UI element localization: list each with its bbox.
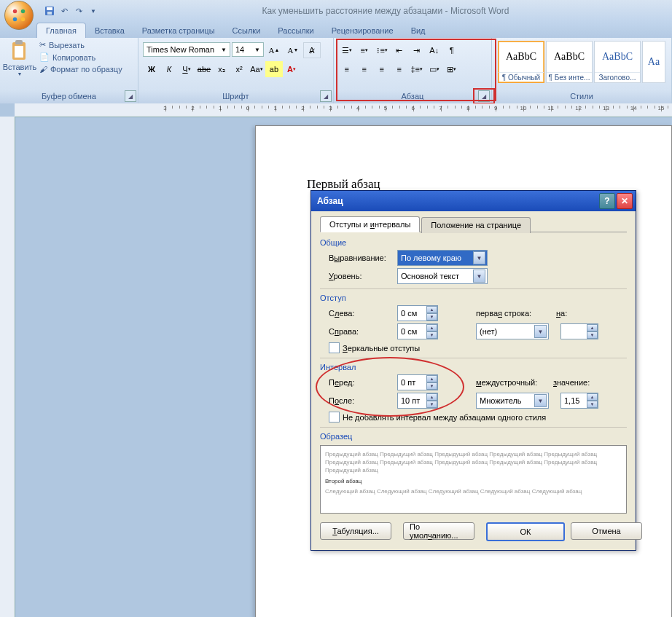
dialog-titlebar[interactable]: Абзац ? ✕ <box>311 191 636 211</box>
strike-button[interactable]: abe <box>195 61 213 77</box>
firstline-by-spin[interactable]: ▲▼ <box>560 323 598 339</box>
value-label: значение: <box>553 378 590 387</box>
format-painter-button[interactable]: 🖌Формат по образцу <box>38 64 124 74</box>
horizontal-ruler[interactable]: 3210123456789101112131415 <box>15 103 672 117</box>
change-case-button[interactable]: Aa▾ <box>248 61 265 77</box>
tab-home[interactable]: Главная <box>36 23 86 38</box>
highlight-button[interactable]: ab <box>265 61 283 77</box>
tab-indents[interactable]: Отступы и интервалы <box>320 216 420 232</box>
scissors-icon: ✂ <box>39 40 46 50</box>
bold-button[interactable]: Ж <box>143 61 160 77</box>
font-title: Шрифт <box>143 92 329 102</box>
tab-position[interactable]: Положение на странице <box>421 217 531 233</box>
clipboard-title: Буфер обмена <box>4 92 133 102</box>
underline-button[interactable]: Ч▾ <box>178 61 195 77</box>
numbering-button[interactable]: ≡▾ <box>356 42 373 58</box>
save-icon[interactable] <box>44 5 55 17</box>
style-no-spacing[interactable]: AaBbC¶ Без инте... <box>546 41 593 83</box>
chevron-down-icon: ▼ <box>473 251 485 264</box>
default-button[interactable]: По умолчанию... <box>403 522 474 540</box>
align-right-button[interactable]: ≡ <box>373 61 391 77</box>
align-left-button[interactable]: ≡ <box>338 61 356 77</box>
spacing-before-spin[interactable]: 0 пт▲▼ <box>397 374 438 390</box>
tab-review[interactable]: Рецензирование <box>323 23 402 38</box>
close-button[interactable]: ✕ <box>617 193 633 209</box>
cut-button[interactable]: ✂Вырезать <box>38 39 124 50</box>
align-justify-button[interactable]: ≡ <box>391 61 408 77</box>
font-size-combo[interactable]: 14▼ <box>232 42 264 57</box>
cancel-button[interactable]: Отмена <box>571 522 642 540</box>
svg-point-0 <box>13 9 17 14</box>
line-spacing-button[interactable]: ‡≡▾ <box>408 61 426 77</box>
paragraph-launcher[interactable]: ◢ <box>478 90 490 102</box>
style-normal[interactable]: AaBbC¶ Обычный <box>498 41 544 83</box>
no-same-style-check[interactable]: Не добавлять интервал между абзацами одн… <box>329 412 627 423</box>
font-name-combo[interactable]: Times New Roman▼ <box>143 42 230 57</box>
outline-level-combo[interactable]: Основной текст▼ <box>397 268 488 284</box>
indent-right-spin[interactable]: 0 см▲▼ <box>397 323 438 339</box>
firstline-combo[interactable]: (нет)▼ <box>476 323 549 339</box>
paragraph-title: Абзац <box>338 92 487 102</box>
spacing-after-spin[interactable]: 10 пт▲▼ <box>397 393 438 409</box>
indent-inc-button[interactable]: ⇥ <box>408 42 426 58</box>
paste-button[interactable]: Вставить ▼ <box>4 39 35 76</box>
brush-icon: 🖌 <box>39 65 47 74</box>
align-label: Выравнивание: <box>329 254 393 262</box>
ok-button[interactable]: ОК <box>486 522 565 541</box>
svg-rect-9 <box>15 46 23 58</box>
checkbox-icon <box>329 412 340 423</box>
superscript-button[interactable]: x² <box>230 61 248 77</box>
font-color-button[interactable]: A▾ <box>283 61 300 77</box>
before-label: Перед: <box>329 378 393 387</box>
linespacing-combo[interactable]: Множитель▼ <box>476 393 549 409</box>
vertical-ruler[interactable] <box>0 117 15 617</box>
document-text[interactable]: Первый абзац <box>307 177 380 192</box>
show-marks-button[interactable]: ¶ <box>443 42 461 58</box>
qat-dropdown-icon[interactable]: ▼ <box>87 5 99 17</box>
shrink-font-icon[interactable]: A▼ <box>284 42 302 58</box>
tab-references[interactable]: Ссылки <box>224 23 270 38</box>
linespacing-value-spin[interactable]: 1,15▲▼ <box>560 393 598 409</box>
redo-icon[interactable]: ↷ <box>73 5 85 17</box>
italic-button[interactable]: К <box>160 61 178 77</box>
alignment-combo[interactable]: По левому краю▼ <box>397 250 488 266</box>
undo-icon[interactable]: ↶ <box>58 5 70 17</box>
ribbon-tabs: Главная Вставка Разметка страницы Ссылки… <box>0 22 672 38</box>
grow-font-icon[interactable]: A▲ <box>265 42 283 58</box>
clipboard-launcher[interactable]: ◢ <box>125 90 136 102</box>
sort-button[interactable]: A↓ <box>426 42 443 58</box>
tab-layout[interactable]: Разметка страницы <box>133 23 224 38</box>
shading-button[interactable]: ▭▾ <box>426 61 443 77</box>
styles-gallery[interactable]: AaBbC¶ Обычный AaBbC¶ Без инте... AaBbCЗ… <box>496 39 667 85</box>
left-label: Слева: <box>329 309 393 318</box>
svg-rect-6 <box>47 12 52 15</box>
firstline-label: первая строка: <box>476 309 540 318</box>
svg-point-2 <box>13 17 17 22</box>
borders-button[interactable]: ⊞▾ <box>443 61 461 77</box>
help-button[interactable]: ? <box>599 193 615 209</box>
indent-dec-button[interactable]: ⇤ <box>391 42 408 58</box>
style-more[interactable]: Aa <box>642 41 665 83</box>
tab-view[interactable]: Вид <box>402 23 434 38</box>
chevron-down-icon: ▼ <box>534 394 547 407</box>
preview-box: Предыдущий абзац Предыдущий абзац Предыд… <box>320 445 627 514</box>
group-clipboard: Вставить ▼ ✂Вырезать 📄Копировать 🖌Формат… <box>0 38 138 103</box>
chevron-down-icon: ▼ <box>534 325 547 338</box>
clear-format-icon[interactable]: A̷ <box>303 42 321 58</box>
indent-left-spin[interactable]: 0 см▲▼ <box>397 305 438 321</box>
paste-label: Вставить <box>3 63 37 71</box>
styles-title: Стили <box>496 92 667 102</box>
tab-insert[interactable]: Вставка <box>86 23 133 38</box>
font-launcher[interactable]: ◢ <box>320 90 332 102</box>
tab-mailings[interactable]: Рассылки <box>269 23 322 38</box>
copy-button[interactable]: 📄Копировать <box>38 52 124 63</box>
mirror-indents-check[interactable]: Зеркальные отступы <box>329 342 627 353</box>
office-button[interactable] <box>4 1 34 30</box>
bullets-button[interactable]: ☰▾ <box>338 42 356 58</box>
subscript-button[interactable]: x₂ <box>213 61 230 77</box>
tabs-button[interactable]: Табуляция... <box>320 522 391 540</box>
multilevel-button[interactable]: ⫶≡▾ <box>373 42 391 58</box>
align-center-button[interactable]: ≡ <box>356 61 373 77</box>
svg-rect-8 <box>15 40 23 44</box>
style-heading[interactable]: AaBbCЗаголово... <box>594 41 641 83</box>
